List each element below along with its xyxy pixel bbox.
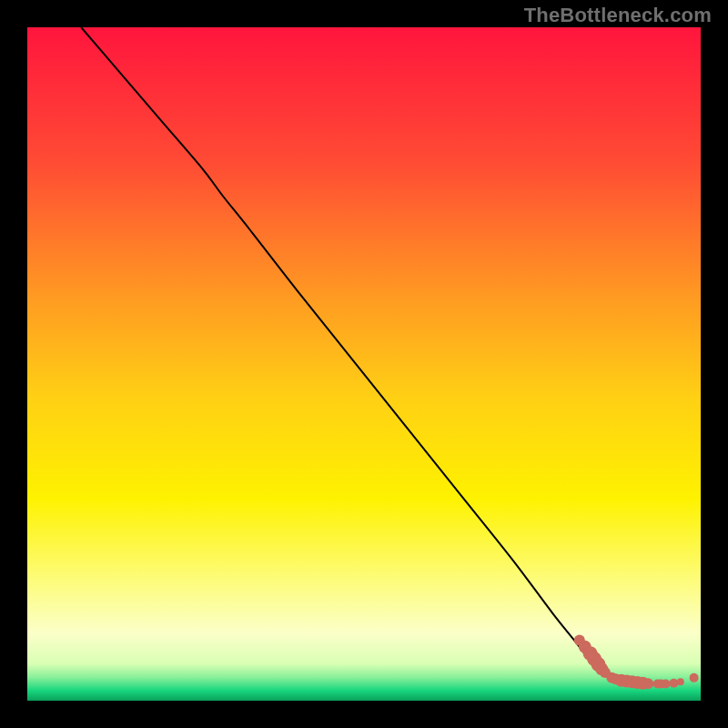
data-point: [642, 678, 653, 689]
data-point: [677, 678, 684, 685]
data-point: [669, 679, 678, 688]
data-point: [662, 680, 671, 689]
chart-stage: TheBottleneck.com: [0, 0, 728, 728]
plot-area: [27, 27, 701, 701]
chart-svg: [27, 27, 701, 701]
gradient-background: [27, 27, 701, 701]
watermark-text: TheBottleneck.com: [524, 4, 712, 27]
data-point: [690, 673, 699, 682]
